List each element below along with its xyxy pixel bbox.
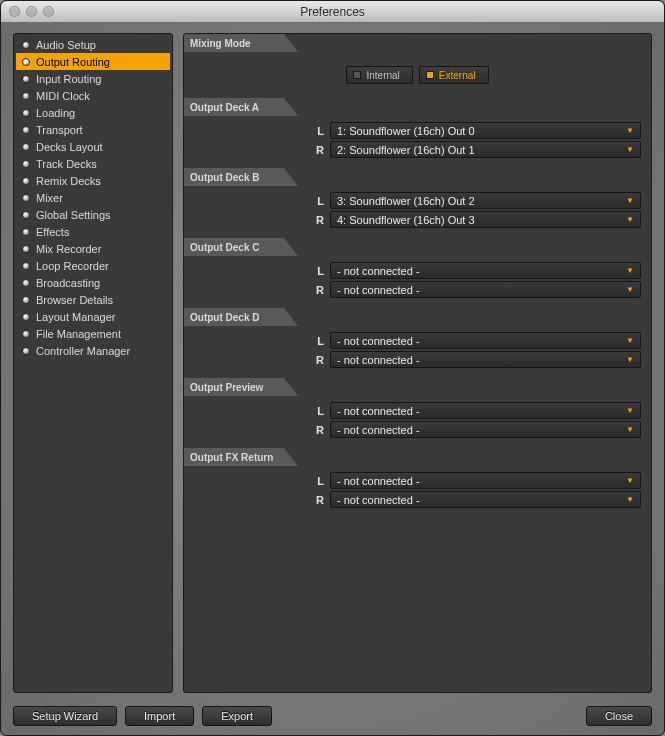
sidebar-item[interactable]: Mixer xyxy=(16,189,170,206)
sidebar-item[interactable]: Loop Recorder xyxy=(16,257,170,274)
mixing-mode-internal-label: Internal xyxy=(366,70,399,81)
sidebar-item-label: MIDI Clock xyxy=(36,90,90,102)
output-row: R- not connected -▼ xyxy=(194,491,641,508)
sidebar-item[interactable]: Controller Manager xyxy=(16,342,170,359)
output-row: L3: Soundflower (16ch) Out 2▼ xyxy=(194,192,641,209)
section-header-slant xyxy=(284,34,298,52)
dropdown-value: - not connected - xyxy=(337,265,420,277)
dropdown-value: - not connected - xyxy=(337,354,420,366)
sidebar-item[interactable]: Mix Recorder xyxy=(16,240,170,257)
dropdown-value: 1: Soundflower (16ch) Out 0 xyxy=(337,125,475,137)
bullet-icon xyxy=(22,92,30,100)
channel-label: R xyxy=(194,354,324,366)
sidebar-item-label: Output Routing xyxy=(36,56,110,68)
setup-wizard-button[interactable]: Setup Wizard xyxy=(13,706,117,726)
output-channel-dropdown[interactable]: - not connected -▼ xyxy=(330,281,641,298)
bullet-icon xyxy=(22,143,30,151)
section-header-slant xyxy=(284,378,298,396)
zoom-window-icon[interactable] xyxy=(43,6,54,17)
output-channel-dropdown[interactable]: - not connected -▼ xyxy=(330,351,641,368)
chevron-down-icon: ▼ xyxy=(626,406,634,415)
bullet-icon xyxy=(22,194,30,202)
bullet-icon xyxy=(22,279,30,287)
channel-label: L xyxy=(194,125,324,137)
chevron-down-icon: ▼ xyxy=(626,145,634,154)
output-row: R- not connected -▼ xyxy=(194,281,641,298)
sidebar-item[interactable]: Layout Manager xyxy=(16,308,170,325)
sidebar-item[interactable]: Transport xyxy=(16,121,170,138)
output-channel-dropdown[interactable]: - not connected -▼ xyxy=(330,472,641,489)
sidebar-item[interactable]: Input Routing xyxy=(16,70,170,87)
close-button[interactable]: Close xyxy=(586,706,652,726)
sidebar-item[interactable]: Browser Details xyxy=(16,291,170,308)
sidebar-item[interactable]: Remix Decks xyxy=(16,172,170,189)
output-channel-dropdown[interactable]: 2: Soundflower (16ch) Out 1▼ xyxy=(330,141,641,158)
sidebar-item-label: Browser Details xyxy=(36,294,113,306)
bullet-icon xyxy=(22,177,30,185)
sidebar-item[interactable]: Decks Layout xyxy=(16,138,170,155)
sidebar-item[interactable]: File Management xyxy=(16,325,170,342)
section-header-label: Output Preview xyxy=(184,378,284,396)
output-channel-dropdown[interactable]: - not connected -▼ xyxy=(330,491,641,508)
sidebar-item-label: Remix Decks xyxy=(36,175,101,187)
mixing-mode-toggle: Internal External xyxy=(184,52,651,98)
sidebar-item-label: Effects xyxy=(36,226,69,238)
output-row: R- not connected -▼ xyxy=(194,421,641,438)
output-channel-dropdown[interactable]: 1: Soundflower (16ch) Out 0▼ xyxy=(330,122,641,139)
close-window-icon[interactable] xyxy=(9,6,20,17)
output-channel-dropdown[interactable]: - not connected -▼ xyxy=(330,262,641,279)
output-row: L- not connected -▼ xyxy=(194,262,641,279)
sidebar-item-label: Track Decks xyxy=(36,158,97,170)
sidebar-item[interactable]: Effects xyxy=(16,223,170,240)
output-channel-dropdown[interactable]: - not connected -▼ xyxy=(330,332,641,349)
output-channel-dropdown[interactable]: 3: Soundflower (16ch) Out 2▼ xyxy=(330,192,641,209)
traffic-lights xyxy=(1,6,54,17)
sidebar-item[interactable]: MIDI Clock xyxy=(16,87,170,104)
minimize-window-icon[interactable] xyxy=(26,6,37,17)
sidebar-item-label: Layout Manager xyxy=(36,311,116,323)
sidebar-item-label: Audio Setup xyxy=(36,39,96,51)
sidebar-item[interactable]: Audio Setup xyxy=(16,36,170,53)
dropdown-value: - not connected - xyxy=(337,475,420,487)
sidebar-item[interactable]: Global Settings xyxy=(16,206,170,223)
output-channel-dropdown[interactable]: 4: Soundflower (16ch) Out 3▼ xyxy=(330,211,641,228)
channel-label: L xyxy=(194,335,324,347)
export-button[interactable]: Export xyxy=(202,706,272,726)
bullet-icon xyxy=(22,296,30,304)
chevron-down-icon: ▼ xyxy=(626,126,634,135)
section-header-mixing-mode: Mixing Mode xyxy=(184,34,651,52)
section-body: L- not connected -▼R- not connected -▼ xyxy=(184,326,651,378)
dropdown-value: 4: Soundflower (16ch) Out 3 xyxy=(337,214,475,226)
bullet-icon xyxy=(22,245,30,253)
dropdown-value: - not connected - xyxy=(337,284,420,296)
sidebar-item[interactable]: Track Decks xyxy=(16,155,170,172)
channel-label: L xyxy=(194,475,324,487)
mixing-mode-external-button[interactable]: External xyxy=(419,66,489,84)
bullet-icon xyxy=(22,211,30,219)
section-header: Output FX Return xyxy=(184,448,651,466)
output-channel-dropdown[interactable]: - not connected -▼ xyxy=(330,402,641,419)
sidebar-item[interactable]: Broadcasting xyxy=(16,274,170,291)
dropdown-value: - not connected - xyxy=(337,405,420,417)
sidebar-item-label: Broadcasting xyxy=(36,277,100,289)
sidebar-item[interactable]: Output Routing xyxy=(16,53,170,70)
sidebar-item-label: Controller Manager xyxy=(36,345,130,357)
section-body: L3: Soundflower (16ch) Out 2▼R4: Soundfl… xyxy=(184,186,651,238)
bullet-icon xyxy=(22,41,30,49)
section-header: Output Deck B xyxy=(184,168,651,186)
section-header-slant xyxy=(284,448,298,466)
output-row: L- not connected -▼ xyxy=(194,472,641,489)
bullet-icon xyxy=(22,347,30,355)
import-button[interactable]: Import xyxy=(125,706,194,726)
chevron-down-icon: ▼ xyxy=(626,266,634,275)
mixing-mode-internal-button[interactable]: Internal xyxy=(346,66,412,84)
sidebar: Audio SetupOutput RoutingInput RoutingMI… xyxy=(13,33,173,693)
section-header-label: Output FX Return xyxy=(184,448,284,466)
output-channel-dropdown[interactable]: - not connected -▼ xyxy=(330,421,641,438)
section-header: Output Deck C xyxy=(184,238,651,256)
dropdown-value: - not connected - xyxy=(337,494,420,506)
dropdown-value: - not connected - xyxy=(337,335,420,347)
sidebar-item[interactable]: Loading xyxy=(16,104,170,121)
dropdown-value: 2: Soundflower (16ch) Out 1 xyxy=(337,144,475,156)
channel-label: L xyxy=(194,265,324,277)
